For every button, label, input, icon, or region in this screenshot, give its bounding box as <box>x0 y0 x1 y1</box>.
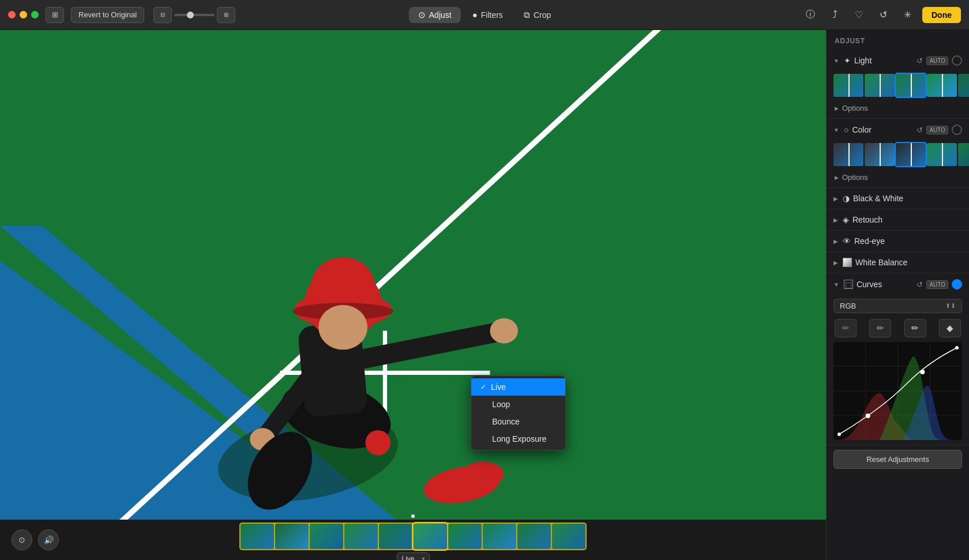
mute-button[interactable]: ⊙ <box>12 529 32 550</box>
section-wb-header[interactable]: ▶ White Balance <box>827 252 969 273</box>
minimize-button[interactable] <box>20 11 27 18</box>
light-thumb-3[interactable] <box>896 74 926 97</box>
filmstrip-thumb-5[interactable] <box>379 524 412 549</box>
filters-icon: ● <box>472 10 478 20</box>
dropdown-loop-label: Loop <box>492 400 510 409</box>
tab-group: ⊙ Adjust ● Filters ⧉ Crop <box>409 7 560 23</box>
revert-button[interactable]: Revert to Original <box>71 7 144 23</box>
live-mode-dropdown[interactable]: ✓ Live Loop Bounce Long Exposure <box>471 375 566 450</box>
curves-reset-icon[interactable]: ↺ <box>917 280 923 289</box>
light-chevron-icon: ▼ <box>833 58 839 64</box>
curves-histogram[interactable] <box>833 342 962 440</box>
filmstrip-thumb-4[interactable] <box>344 524 378 549</box>
curves-toggle[interactable] <box>952 279 962 290</box>
color-thumb-4[interactable] <box>927 143 957 166</box>
section-light-header[interactable]: ▼ ✦ Light ↺ AUTO <box>827 50 969 72</box>
bw-title: Black & White <box>853 194 962 203</box>
done-button[interactable]: Done <box>922 7 961 23</box>
tab-crop-label: Crop <box>534 10 551 20</box>
light-reset-icon[interactable]: ↺ <box>917 57 923 65</box>
filmstrip-thumb-2[interactable] <box>275 524 309 549</box>
zoom-in-icon: ⊞ <box>224 12 228 18</box>
color-reset-icon[interactable]: ↺ <box>917 126 923 134</box>
channel-arrows-icon: ⬆⬇ <box>945 302 956 310</box>
section-wb: ▶ White Balance <box>827 252 969 273</box>
dropdown-bounce-label: Bounce <box>492 417 519 426</box>
white-point-eyedropper[interactable]: ✏ <box>904 319 926 337</box>
window-mode-button[interactable]: ⊞ <box>46 7 64 23</box>
zoom-out-button[interactable]: ⊟ <box>153 7 172 23</box>
color-options[interactable]: ▶ Options <box>827 171 969 187</box>
auto-curves-button[interactable]: ◆ <box>939 319 961 337</box>
live-mode-select[interactable]: Live <box>397 553 430 560</box>
white-eyedropper-icon: ✏ <box>911 323 919 333</box>
filmstrip-thumb-6[interactable] <box>414 524 447 549</box>
page-dot <box>411 514 415 518</box>
tab-filters[interactable]: ● Filters <box>463 7 512 23</box>
dropdown-item-bounce[interactable]: Bounce <box>471 413 565 430</box>
light-auto-badge[interactable]: AUTO <box>926 57 948 65</box>
color-thumb-5[interactable] <box>958 143 969 166</box>
light-thumbnails <box>827 72 969 102</box>
light-thumb-2[interactable] <box>865 74 895 97</box>
share-button[interactable]: ⤴ <box>825 6 844 24</box>
mid-point-eyedropper[interactable]: ✏ <box>869 319 891 337</box>
filmstrip-thumb-10[interactable] <box>552 524 585 549</box>
dropdown-item-loop[interactable]: Loop <box>471 396 565 413</box>
reset-adjustments-button[interactable]: Reset Adjustments <box>833 450 962 469</box>
tools-button[interactable]: ✳ <box>898 6 917 24</box>
section-retouch-header[interactable]: ▶ ◈ Retouch <box>827 209 969 230</box>
rotate-icon: ↺ <box>880 9 887 20</box>
light-toggle[interactable] <box>952 55 962 66</box>
channel-selector[interactable]: RGB ⬆⬇ <box>833 299 962 313</box>
main-content: ✓ Live Loop Bounce Long Exposure <box>0 30 969 560</box>
zoom-thumb <box>187 12 194 18</box>
filmstrip-thumb-3[interactable] <box>310 524 343 549</box>
redeye-icon: 👁 <box>843 236 851 246</box>
filmstrip-center: Live ▼ <box>239 514 587 560</box>
light-thumb-4[interactable] <box>927 74 957 97</box>
volume-button[interactable]: 🔊 <box>38 529 59 550</box>
close-button[interactable] <box>8 11 16 18</box>
dropdown-item-long-exposure[interactable]: Long Exposure <box>471 430 565 448</box>
filmstrip-thumb-9[interactable] <box>517 524 551 549</box>
light-thumb-5[interactable] <box>958 74 969 97</box>
section-curves-header[interactable]: ▼ ⬚ Curves ↺ AUTO <box>827 273 969 295</box>
zoom-in-button[interactable]: ⊞ <box>217 7 235 23</box>
right-panel: ADJUST ▼ ✦ Light ↺ AUTO <box>826 30 969 560</box>
section-redeye-header[interactable]: ▶ 👁 Red-eye <box>827 231 969 251</box>
favorite-button[interactable]: ♡ <box>850 6 868 24</box>
black-point-eyedropper[interactable]: ✏ <box>835 319 857 337</box>
filmstrip-thumb-8[interactable] <box>483 524 516 549</box>
section-bw-header[interactable]: ▶ ◑ Black & White <box>827 188 969 209</box>
section-color-header[interactable]: ▼ ○ Color ↺ AUTO <box>827 119 969 141</box>
curves-actions: ↺ AUTO <box>917 279 962 290</box>
bw-chevron-icon: ▶ <box>833 196 838 202</box>
wb-title: White Balance <box>855 258 962 267</box>
redeye-title: Red-eye <box>854 236 962 246</box>
curves-auto-badge[interactable]: AUTO <box>926 280 948 289</box>
svg-rect-3 <box>0 30 826 520</box>
black-eyedropper-icon: ✏ <box>842 323 850 333</box>
zoom-slider[interactable] <box>174 14 215 16</box>
color-thumbnails <box>827 141 969 171</box>
zoom-out-icon: ⊟ <box>160 12 165 18</box>
filmstrip-thumb-1[interactable] <box>241 524 274 549</box>
info-button[interactable]: ⓘ <box>801 6 820 24</box>
tab-adjust[interactable]: ⊙ Adjust <box>409 7 461 23</box>
maximize-button[interactable] <box>31 11 39 18</box>
color-thumb-1[interactable] <box>833 143 863 166</box>
color-thumb-2[interactable] <box>865 143 895 166</box>
color-toggle[interactable] <box>952 125 962 135</box>
color-thumb-3[interactable] <box>896 143 926 166</box>
tab-crop[interactable]: ⧉ Crop <box>514 7 560 23</box>
color-auto-badge[interactable]: AUTO <box>926 126 948 134</box>
check-icon: ✓ <box>480 383 486 391</box>
filmstrip-thumb-7[interactable] <box>448 524 482 549</box>
rotate-button[interactable]: ↺ <box>874 6 892 24</box>
light-options[interactable]: ▶ Options <box>827 102 969 118</box>
svg-point-17 <box>365 430 390 456</box>
curves-svg <box>833 342 962 440</box>
light-thumb-1[interactable] <box>833 74 863 97</box>
dropdown-item-live[interactable]: ✓ Live <box>471 378 565 396</box>
